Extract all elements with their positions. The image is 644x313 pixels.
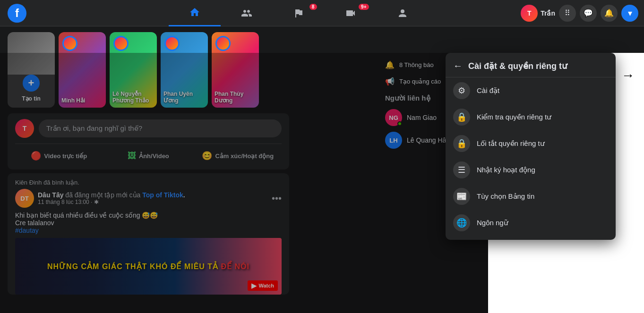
arrow-1: → xyxy=(621,68,635,83)
feeling-label: Cảm xúc/Hoạt động xyxy=(215,152,274,160)
language-label: Ngôn ngữ xyxy=(477,219,508,227)
dropdown-item-privacy-shortcut[interactable]: 🔒 Lối tắt quyền riêng tư xyxy=(446,130,616,157)
post-meta: Dâu Tây đã đăng một tập mới của Top of T… xyxy=(38,191,268,205)
post-actions: 🔴 Video trực tiếp 🖼 Ảnh/Video 😊 Cảm xúc/… xyxy=(15,144,282,164)
user-post-avatar: T xyxy=(15,119,34,138)
main-content: + Tạo tin Minh Hải Lê Nguyễn Phương Thảo… xyxy=(0,26,644,313)
privacy-check-label: Kiểm tra quyền riêng tư xyxy=(477,113,551,121)
privacy-shortcut-label: Lối tắt quyền riêng tư xyxy=(477,139,545,148)
svg-point-0 xyxy=(401,9,404,13)
story-phan-thuy[interactable]: Phan Thùy Dương xyxy=(212,32,259,108)
video-badge: 9+ xyxy=(359,4,369,10)
newsfeed-icon: 📰 xyxy=(453,188,470,205)
settings-icon: ⚙ xyxy=(453,82,470,99)
top-navigation: f 8 9+ T Trần ⠿ 💬 🔔 ▾ xyxy=(0,0,644,26)
post-thumbnail[interactable]: NHỮNG CẢM GIÁC THẬT KHÓ ĐỂ MIÊU TẢ ĐỂ NÓ… xyxy=(15,238,282,295)
post-hashtag[interactable]: #dautay xyxy=(15,227,282,234)
dropdown-menu: ← Cài đặt & quyền riêng tư ⚙ Cài đặt 🔒 K… xyxy=(446,53,616,240)
post-comment-line: Kiên Đinh đã bình luận. xyxy=(15,179,282,186)
contact-name-le-quang-han: Lê Quang Hân xyxy=(407,136,450,144)
privacy-shortcut-icon: 🔒 xyxy=(453,135,470,152)
photo-video-button[interactable]: 🖼 Ảnh/Video xyxy=(104,148,192,164)
story-avatar xyxy=(215,36,231,51)
story-name: Phan Uyên Ương xyxy=(163,91,205,104)
story-avatar xyxy=(113,36,129,51)
activity-log-icon: ☰ xyxy=(453,161,470,178)
bell-icon: 🔔 xyxy=(385,60,395,69)
nav-notifications-button[interactable]: 🔔 xyxy=(601,5,618,22)
feeling-button[interactable]: 😊 Cảm xúc/Hoạt động xyxy=(194,148,282,164)
post-more-button[interactable]: ••• xyxy=(272,193,282,204)
nav-item-friends[interactable] xyxy=(221,0,273,26)
post-text-line2: Cre talalanov xyxy=(15,219,282,227)
feed-post: Kiên Đinh đã bình luận. DT Dâu Tây đã đă… xyxy=(8,173,289,295)
post-header: DT Dâu Tây đã đăng một tập mới của Top o… xyxy=(15,189,282,208)
live-video-button[interactable]: 🔴 Video trực tiếp xyxy=(15,148,103,164)
nav-item-video[interactable]: 9+ xyxy=(325,0,377,26)
create-story-label: Tạo tin xyxy=(22,95,41,102)
contact-name-nam-giao: Nam Giao xyxy=(407,114,437,121)
story-phuong-thao[interactable]: Lê Nguyễn Phương Thảo xyxy=(110,32,157,108)
notification-text: 8 Thông báo xyxy=(399,61,434,68)
post-author: Dâu Tây đã đăng một tập mới của Top of T… xyxy=(38,191,268,199)
nav-item-pages[interactable]: 8 xyxy=(273,0,325,26)
story-avatar xyxy=(62,36,77,51)
dropdown-item-language[interactable]: 🌐 Ngôn ngữ xyxy=(446,210,616,236)
nav-item-groups[interactable] xyxy=(377,0,429,26)
photo-icon: 🖼 xyxy=(128,151,136,161)
dropdown-item-activity-log[interactable]: ☰ Nhật ký hoạt động xyxy=(446,157,616,183)
live-icon: 🔴 xyxy=(31,151,41,161)
user-name: Trần xyxy=(541,9,555,17)
nav-apps-button[interactable]: ⠿ xyxy=(559,5,576,22)
contact-avatar-le-quang-han: LH xyxy=(385,132,402,149)
story-create[interactable]: + Tạo tin xyxy=(8,32,55,108)
post-body: Khi bạn biết quá nhiều điều về cuộc sống… xyxy=(15,211,282,234)
story-name: Phan Thùy Dương xyxy=(215,91,256,104)
post-creation-box: T Trần ơi, bạn đang nghĩ gì thế? 🔴 Video… xyxy=(8,113,289,169)
online-indicator xyxy=(397,121,402,126)
nav-user-profile[interactable]: T Trần xyxy=(521,5,555,22)
contacts-title: Người liên hệ xyxy=(385,94,444,102)
nav-settings-dropdown-button[interactable]: ▾ xyxy=(621,5,638,22)
watch-badge: ▶ Watch xyxy=(248,280,278,291)
contact-avatar-nam-giao: NG xyxy=(385,109,402,126)
user-avatar: T xyxy=(521,5,538,22)
language-icon: 🌐 xyxy=(453,214,470,231)
dropdown-item-settings[interactable]: ⚙ Cài đặt xyxy=(446,77,616,104)
privacy-check-icon: 🔒 xyxy=(453,109,470,126)
pages-badge: 8 xyxy=(309,4,317,10)
post-input[interactable]: Trần ơi, bạn đang nghĩ gì thế? xyxy=(39,119,282,137)
stories-row: + Tạo tin Minh Hải Lê Nguyễn Phương Thảo… xyxy=(4,32,293,113)
feed-area: + Tạo tin Minh Hải Lê Nguyễn Phương Thảo… xyxy=(0,26,293,313)
story-name: Minh Hải xyxy=(61,97,103,104)
emoji-icon: 😊 xyxy=(202,151,212,161)
youtube-icon: ▶ xyxy=(251,282,257,289)
nav-messenger-button[interactable]: 💬 xyxy=(580,5,597,22)
post-text-line1: Khi bạn biết quá nhiều điều về cuộc sống… xyxy=(15,211,282,219)
thumbnail-text: NHỮNG CẢM GIÁC THẬT KHÓ ĐỂ MIÊU TẢ ĐỂ NÓ… xyxy=(47,262,249,271)
story-minh-hai[interactable]: Minh Hải xyxy=(59,32,106,108)
live-label: Video trực tiếp xyxy=(44,152,87,160)
nav-item-home[interactable] xyxy=(169,0,221,26)
post-time: 11 tháng 8 lúc 13:00 · ✱ xyxy=(38,199,268,205)
ad-text: Tạo quảng cáo xyxy=(399,78,441,85)
photo-label: Ảnh/Video xyxy=(139,152,169,160)
newsfeed-label: Tùy chọn Bảng tin xyxy=(477,192,534,201)
nav-right: T Trần ⠿ 💬 🔔 ▾ xyxy=(483,5,644,22)
dropdown-title: Cài đặt & quyền riêng tư xyxy=(468,61,567,71)
story-name: Lê Nguyễn Phương Thảo xyxy=(112,91,154,104)
dropdown-back-button[interactable]: ← xyxy=(453,60,463,71)
dropdown-header: ← Cài đặt & quyền riêng tư xyxy=(446,57,616,77)
watch-label: Watch xyxy=(258,283,274,288)
activity-log-label: Nhật ký hoạt động xyxy=(477,166,535,174)
create-story-icon: + xyxy=(23,75,40,92)
dropdown-item-newsfeed[interactable]: 📰 Tùy chọn Bảng tin xyxy=(446,183,616,210)
facebook-logo[interactable]: f xyxy=(8,4,26,23)
dropdown-item-privacy-check[interactable]: 🔒 Kiểm tra quyền riêng tư xyxy=(446,104,616,130)
nav-left: f xyxy=(0,4,113,23)
post-input-row: T Trần ơi, bạn đang nghĩ gì thế? xyxy=(15,119,282,138)
ad-icon: 📢 xyxy=(385,77,395,86)
story-phan-uyen[interactable]: Phan Uyên Ương xyxy=(161,32,208,108)
nav-center: 8 9+ xyxy=(113,0,483,26)
story-avatar xyxy=(164,36,180,51)
